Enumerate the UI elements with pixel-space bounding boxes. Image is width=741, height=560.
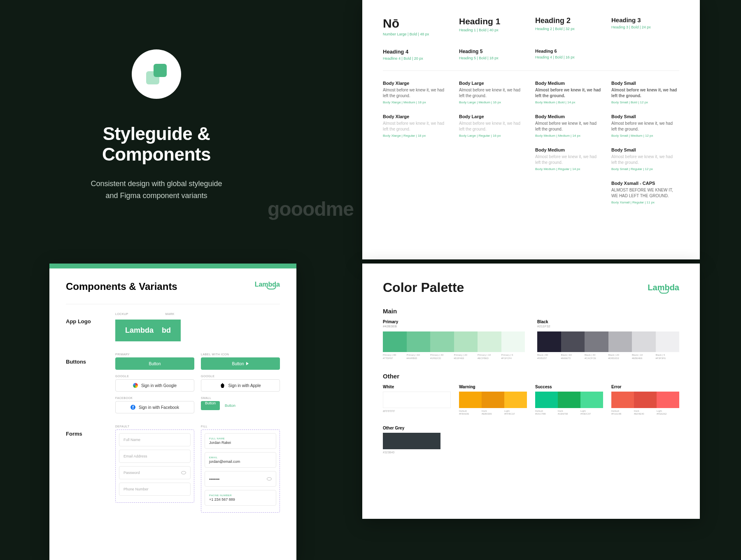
form-input-filled[interactable]: FULL NAMEJordan Rakei [205,433,276,449]
body-spec [383,147,451,171]
white-block: White#FFFFFF [383,385,451,416]
body-spec: Body SmallAlmost before we knew it, we h… [611,81,679,104]
facebook-icon: f [130,405,135,410]
logo-wordmark: Lambda [125,326,154,335]
body-spec [383,181,451,204]
other-grey-swatch [383,433,440,449]
lambda-logo: Lambda [648,283,679,292]
form-input-filled[interactable]: EMAILjordan@email.com [205,452,276,468]
heading-spec: Heading 3Heading 3 | Bold | 24 px [611,16,679,36]
components-panel: Components & Variants Lambda App Logo LO… [49,264,296,560]
logo-mark: bd [162,326,171,335]
typography-panel: NōNumber Large | Bold | 48 pxHeading 1He… [362,0,700,259]
google-icon [133,383,138,388]
body-spec: Body LargeAlmost before we knew it, we h… [459,81,527,104]
fill-form-label: FILL [201,425,280,428]
status-color-block: ErrorDefault#F1614BDark#E04E40Light#FE62… [611,385,679,416]
lambda-logo: Lambda [255,281,280,288]
apple-signin-button[interactable]: Sign in with Apple [201,379,280,392]
lockup-label: LOCKUP [115,313,128,315]
other-grey-hex: #323B40 [383,451,679,454]
main-section-header: Main [383,308,679,315]
body-spec: Body SmallAlmost before we knew it, we h… [611,147,679,171]
intro-logo-icon [132,49,181,99]
color-block: Primary#42B3EBPrimary | 80#77DF97Primary… [383,320,525,360]
status-color-block: SuccessDefault#0AC78BDark#18AF58Light#49… [535,385,603,416]
facebook-button-text: Sign in with Facebook [139,405,179,410]
small-button-label: SMALL [201,397,280,399]
heading-spec: Heading 5Heading 5 | Bold | 18 px [459,49,527,61]
body-spec: Body XlargeAlmost before we knew it, we … [383,81,451,104]
icon-button[interactable]: Button [201,357,280,370]
form-input-default[interactable]: Full Name [119,433,191,446]
heading-spec: Heading 4Headline 4 | Bold | 20 px [383,49,451,61]
heading-spec: Heading 1Heading 1 | Bold | 40 px [459,16,527,36]
body-spec [535,181,603,204]
body-spec: Body SmallAlmost before we knew it, we h… [611,114,679,138]
body-spec: Body MediumAlmost before we knew it, we … [535,147,603,171]
primary-button[interactable]: Button [115,357,194,370]
body-spec: Body MediumAlmost before we knew it, we … [535,114,603,138]
color-panel-title: Color Palette [383,280,464,295]
icon-button-text: Button [232,362,244,366]
apple-icon [220,383,225,388]
eye-icon[interactable] [267,477,272,481]
intro-title: Styleguide & Components [49,124,263,165]
color-palette-panel: Color Palette Lambda Main Primary#42B3EB… [362,264,700,519]
heading-spec: NōNumber Large | Bold | 48 px [383,16,451,36]
app-logo-section-label: App Logo [66,313,103,341]
forms-section-label: Forms [66,425,103,513]
form-input-default[interactable]: Password [119,466,191,479]
other-grey-label: Other Grey [383,426,679,430]
form-input-default[interactable]: Phone Number [119,483,191,496]
watermark-text: gooodme [268,198,354,220]
other-section-header: Other [383,373,679,380]
link-button[interactable]: Button [225,404,235,408]
heading-spec: Heading 2Heading 2 | Bold | 32 px [535,16,603,36]
eye-icon[interactable] [181,471,186,474]
panel-accent-bar [49,264,296,268]
body-spec: Body Xsmall - CAPSALMOST BEFORE WE KNEW … [611,181,679,204]
apple-button-text: Sign in with Apple [228,383,261,388]
google-button-label: GOOGLE [115,375,194,378]
divider [383,70,679,71]
google-signin-button[interactable]: Sign in with Google [115,379,194,392]
color-block: Black#211F32Black | 80#505257Black | 60#… [537,320,679,360]
body-spec: Body XlargeAlmost before we knew it, we … [383,114,451,138]
facebook-signin-button[interactable]: f Sign in with Facebook [115,401,194,413]
status-color-block: WarningDefault#F8A606Dark#EB9309Light#FF… [459,385,527,416]
apple-button-label: GOOGLE [201,375,280,378]
mark-label: MARK [165,313,175,315]
form-input-filled[interactable]: •••••••• [205,471,276,487]
components-title: Components & Variants [66,281,177,292]
google-button-text: Sign in with Google [141,383,177,388]
form-input-default[interactable]: Email Address [119,450,191,463]
form-input-filled[interactable]: PHONE NUMBER+1 234 567 889 [205,490,276,506]
body-spec [459,147,527,171]
logo-lockup: Lambda bd [115,320,181,341]
intro-subtitle: Consistent design with global styleguide… [49,178,263,202]
body-spec: Body MediumAlmost before we knew it, we … [535,81,603,104]
primary-button-label: PRIMARY [115,353,194,356]
icon-button-label: LABEL WITH ICON [201,353,280,356]
play-icon [246,362,249,365]
heading-spec: Heading 6Heading 4 | Bold | 16 px [535,49,603,61]
small-button[interactable]: Button [201,401,220,410]
default-form-label: DEFAULT [115,425,194,428]
body-spec: Body LargeAlmost before we knew it, we h… [459,114,527,138]
facebook-button-label: FACEBOOK [115,397,194,399]
divider [66,304,280,304]
body-spec [459,181,527,204]
intro-panel: Styleguide & Components Consistent desig… [49,49,263,202]
buttons-section-label: Buttons [66,353,103,413]
